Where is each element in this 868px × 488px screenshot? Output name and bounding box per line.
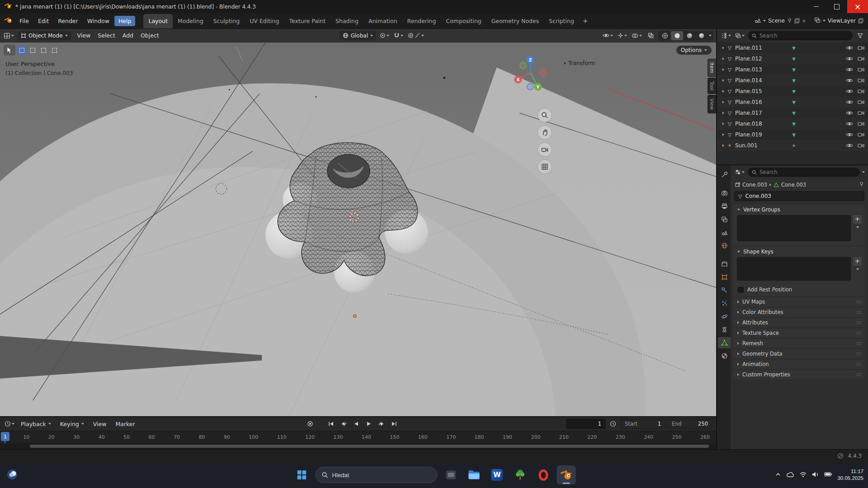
timeline-view-menu[interactable]: View (90, 419, 110, 429)
chevron-down-icon[interactable] (709, 35, 712, 37)
overlays-button[interactable] (631, 31, 643, 41)
pivot-point-button[interactable] (379, 31, 390, 41)
start-button[interactable] (292, 465, 311, 484)
tree-app-icon[interactable] (511, 465, 530, 484)
tab-scene[interactable] (718, 227, 731, 238)
menu-item[interactable]: Help (114, 16, 136, 26)
hide-in-viewport-icon[interactable] (846, 67, 853, 72)
tab-output[interactable] (718, 201, 731, 212)
hide-in-viewport-icon[interactable] (846, 56, 853, 61)
properties-section-collapsed[interactable]: Color Attributes (733, 308, 865, 317)
tab-material[interactable] (718, 350, 731, 361)
vertex-groups-list[interactable] (737, 215, 851, 241)
auto-keying-toggle[interactable] (305, 419, 316, 429)
workspace-tab[interactable]: Geometry Nodes (486, 14, 544, 28)
viewport-menu-item[interactable]: Object (137, 31, 163, 40)
sidebar-tab[interactable]: Tool (708, 78, 716, 94)
editor-type-button[interactable] (3, 31, 15, 41)
disable-in-renders-icon[interactable] (858, 111, 864, 115)
panel-drag-handle[interactable] (856, 373, 861, 376)
tab-collection[interactable] (718, 258, 731, 270)
select-mode-set-button[interactable] (18, 46, 26, 55)
menu-item[interactable]: Edit (34, 16, 53, 26)
scene-name[interactable]: Scene (768, 18, 785, 24)
properties-section-collapsed[interactable]: Texture Space (733, 328, 865, 338)
options-button[interactable]: Options (676, 46, 712, 55)
tab-render[interactable] (718, 188, 731, 199)
outliner-row[interactable]: ☀ Sun.001 ☀ (717, 140, 868, 151)
proportional-edit-button[interactable] (407, 31, 425, 41)
keying-menu[interactable]: Keying (57, 419, 88, 429)
disable-in-renders-icon[interactable] (858, 46, 864, 50)
close-button[interactable] (847, 0, 868, 13)
onedrive-cloud-icon[interactable] (786, 471, 794, 479)
panel-drag-handle[interactable] (856, 362, 861, 366)
file-explorer-icon[interactable] (465, 465, 484, 484)
snap-button[interactable] (393, 31, 404, 41)
jump-to-end-button[interactable] (389, 419, 400, 429)
minimize-button[interactable] (806, 0, 826, 13)
disable-in-renders-icon[interactable] (858, 78, 864, 83)
expand-chevron-icon[interactable] (722, 47, 724, 49)
tab-view-layer[interactable] (718, 214, 731, 225)
hide-in-viewport-icon[interactable] (846, 100, 853, 104)
workspace-tab[interactable]: Texture Paint (284, 14, 330, 28)
properties-search[interactable]: Search (748, 168, 860, 177)
tab-tool[interactable] (718, 169, 731, 180)
hide-in-viewport-icon[interactable] (846, 122, 853, 126)
properties-section-collapsed[interactable]: UV Maps (733, 297, 865, 306)
breadcrumb-object[interactable]: Cone.003 (742, 182, 767, 188)
object-name[interactable]: Plane.011 (735, 45, 788, 51)
expand-chevron-icon[interactable] (722, 122, 724, 125)
active-tool-icon[interactable] (4, 45, 15, 56)
workspace-tab[interactable]: Layout (143, 14, 173, 28)
playhead[interactable]: 1 (1, 432, 9, 441)
prev-keyframe-button[interactable] (338, 419, 349, 429)
expand-chevron-icon[interactable] (722, 144, 724, 147)
shading-solid-button[interactable] (671, 31, 683, 40)
disable-in-renders-icon[interactable] (858, 122, 864, 126)
outliner-row[interactable]: ▽ Plane.017 ▼ (717, 108, 868, 118)
menu-item[interactable]: File (15, 16, 33, 26)
tab-particles[interactable] (718, 298, 731, 309)
current-frame-field[interactable]: 1 (566, 419, 606, 429)
panel-drag-handle[interactable] (856, 342, 861, 345)
shape-keys-list[interactable] (737, 257, 851, 281)
navigation-gizmo[interactable]: X Z Y (510, 52, 551, 93)
maximize-button[interactable] (826, 0, 847, 13)
outliner-row[interactable]: ▽ Plane.015 ▼ (717, 86, 868, 97)
opera-icon[interactable] (534, 465, 553, 484)
view-layer-name[interactable]: ViewLayer (828, 18, 856, 24)
panel-drag-handle[interactable] (856, 321, 861, 324)
object-name[interactable]: Plane.015 (735, 88, 788, 94)
workspace-tab[interactable]: UV Editing (245, 14, 284, 28)
expand-chevron-icon[interactable] (722, 79, 724, 82)
pin-id-icon[interactable] (859, 182, 864, 188)
timeline-editor-type-button[interactable] (4, 419, 15, 429)
frame-start-field[interactable]: Start1 (620, 419, 665, 429)
preview-range-toggle[interactable] (608, 419, 618, 429)
sidebar-tab[interactable]: Item (708, 59, 716, 77)
shape-key-specials-icon[interactable] (856, 268, 859, 270)
disable-in-renders-icon[interactable] (858, 143, 864, 148)
viewport-menu-item[interactable]: Select (94, 31, 119, 40)
object-visibility-button[interactable] (602, 31, 614, 41)
chevron-down-icon[interactable] (862, 171, 865, 173)
properties-section-collapsed[interactable]: Custom Properties (733, 370, 865, 379)
properties-editor-type-button[interactable] (734, 167, 745, 177)
hide-in-viewport-icon[interactable] (846, 111, 853, 115)
object-name[interactable]: Plane.012 (735, 56, 788, 62)
panel-drag-handle[interactable] (856, 352, 861, 356)
playback-menu[interactable]: Playback (17, 419, 55, 429)
wifi-icon[interactable] (799, 471, 807, 479)
expand-chevron-icon[interactable] (722, 112, 724, 114)
scene-selector[interactable]: Scene × (755, 17, 806, 24)
object-name[interactable]: Plane.017 (735, 110, 788, 116)
word-icon[interactable]: W (488, 465, 507, 484)
disable-in-renders-icon[interactable] (858, 67, 864, 72)
data-name-field[interactable]: ▽ Cone.003 (734, 191, 864, 201)
add-rest-position-checkbox[interactable] (738, 287, 744, 293)
workspace-tab[interactable]: Compositing (441, 14, 486, 28)
add-workspace-button[interactable]: + (579, 15, 592, 26)
blender-icon[interactable] (557, 465, 576, 484)
